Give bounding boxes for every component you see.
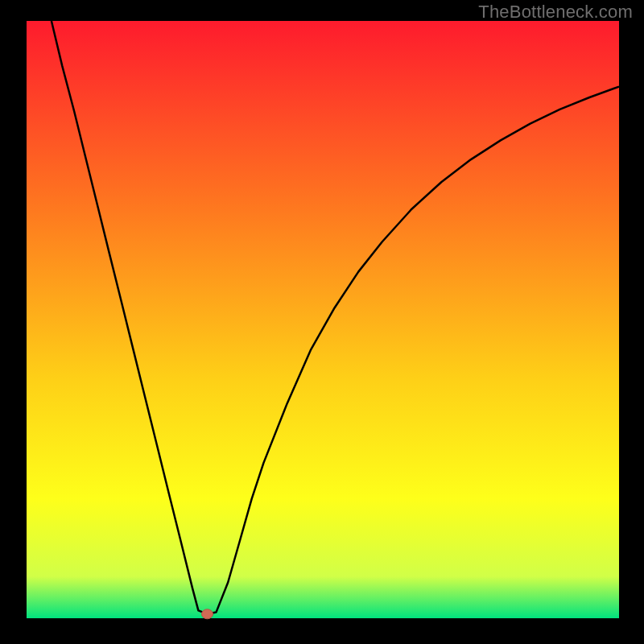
- bottleneck-chart: [0, 0, 644, 644]
- plot-background: [27, 21, 619, 618]
- minimum-marker: [202, 609, 213, 619]
- chart-stage: TheBottleneck.com: [0, 0, 644, 644]
